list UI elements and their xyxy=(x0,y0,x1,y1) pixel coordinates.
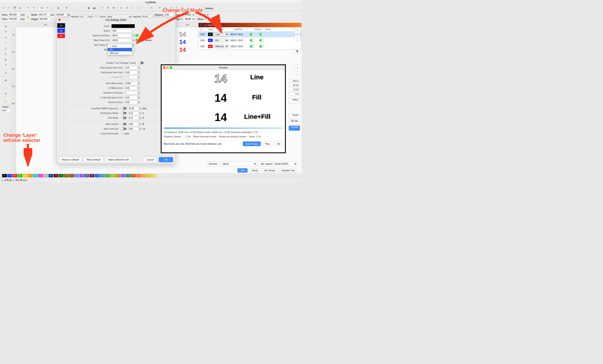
color-swatch[interactable]: 17 xyxy=(90,174,94,177)
ring-tool-icon[interactable]: ◎ xyxy=(3,70,8,75)
maxpower-input[interactable] xyxy=(112,38,132,42)
ok-button[interactable]: OK xyxy=(159,157,173,162)
color-swatch[interactable]: 02 xyxy=(12,174,17,177)
pv-close-icon[interactable] xyxy=(163,66,165,69)
color-swatch[interactable]: 19 xyxy=(100,174,105,177)
play-button[interactable]: Play xyxy=(262,142,272,146)
cancel-button[interactable]: Cancel xyxy=(144,157,157,162)
color-swatch[interactable]: 15 xyxy=(80,174,84,177)
save-icon[interactable]: 💾 xyxy=(12,6,17,10)
pin-tool-icon[interactable]: 📍 xyxy=(3,63,8,68)
tools-icon[interactable]: 🛠 xyxy=(111,6,116,10)
bottom-tab[interactable]: Library xyxy=(249,168,261,173)
device-auto-select[interactable]: (Auto) xyxy=(220,161,257,166)
zoom-window-icon[interactable] xyxy=(66,19,69,21)
frame-icon[interactable]: ▣ xyxy=(87,6,91,10)
undo-icon[interactable]: ↶ xyxy=(26,6,30,10)
color-swatch[interactable]: 06 xyxy=(33,174,38,177)
color-swatch[interactable]: 20 xyxy=(105,174,110,177)
right-button[interactable]: › xyxy=(294,62,301,67)
layer-swatch[interactable]: 00 xyxy=(57,23,65,28)
redo-icon[interactable]: ↷ xyxy=(32,6,36,10)
paste-icon[interactable]: 📋 xyxy=(51,6,55,10)
trash-button[interactable]: 🗑 xyxy=(294,48,301,54)
color-swatch[interactable]: 12 xyxy=(64,174,69,177)
send-icon[interactable]: ➤ xyxy=(150,6,154,10)
pv-zoom-icon[interactable] xyxy=(170,66,172,69)
delete-icon[interactable]: 🗑 xyxy=(56,6,61,10)
min-window-icon[interactable] xyxy=(62,19,65,21)
color-swatch[interactable]: 01 xyxy=(7,174,12,177)
color-swatch[interactable]: 28 xyxy=(147,174,151,177)
zoomin-icon[interactable]: ＋ xyxy=(75,6,80,10)
playback-knob[interactable] xyxy=(182,135,185,138)
xpos-input[interactable] xyxy=(8,13,20,17)
color-swatch[interactable]: 21 xyxy=(110,174,115,177)
ypos-input[interactable] xyxy=(8,17,20,21)
send-button[interactable]: Send xyxy=(289,113,300,119)
pv-min-icon[interactable] xyxy=(166,66,169,69)
alignb-icon[interactable]: ⤓ xyxy=(186,6,190,10)
mode-option-fill[interactable]: Fill xyxy=(108,48,132,51)
cutthrough-toggle[interactable] xyxy=(138,62,144,64)
preview-ok-button[interactable]: Ok xyxy=(274,142,283,146)
bottom-tab[interactable]: Variable Text xyxy=(279,168,297,173)
save-as-icon[interactable]: 🗎 xyxy=(18,6,22,10)
color-swatch[interactable]: 24 xyxy=(126,174,131,177)
color-swatch[interactable]: 10 xyxy=(54,174,58,177)
color-swatch[interactable]: 26 xyxy=(136,174,141,177)
new-icon[interactable]: ▭ xyxy=(1,6,6,10)
left-button[interactable]: ‹ xyxy=(294,68,301,74)
color-swatch[interactable]: 18 xyxy=(95,174,100,177)
zoomout-icon[interactable]: － xyxy=(70,6,74,10)
name-input[interactable] xyxy=(112,29,132,33)
grid-tool-icon[interactable]: ⋮⋮ xyxy=(3,85,8,90)
move-up-button[interactable]: ⌃ xyxy=(294,28,301,34)
speed-input[interactable] xyxy=(112,34,132,37)
layer-swatch[interactable]: 02 xyxy=(57,34,65,38)
control-button[interactable]: ontrol xyxy=(289,98,300,103)
link-icon[interactable]: 🔗 xyxy=(100,6,104,10)
alignm-icon[interactable]: ⇕ xyxy=(180,6,184,10)
play-icon[interactable]: ▷ xyxy=(139,6,143,10)
color-swatch[interactable]: 27 xyxy=(141,174,146,177)
gear-icon[interactable]: ⚙ xyxy=(106,6,110,10)
text-tool-icon[interactable]: A xyxy=(3,57,8,62)
color-swatch[interactable]: 00 xyxy=(2,174,7,177)
welded-checkbox[interactable] xyxy=(202,7,205,10)
camera-icon[interactable]: 📷 xyxy=(92,6,96,10)
mode-option-line[interactable]: Line xyxy=(108,44,132,48)
reset-button[interactable]: Reset to Default xyxy=(59,157,82,162)
color-swatch[interactable]: 04 xyxy=(23,174,27,177)
frame2-icon[interactable]: ▢ xyxy=(130,6,135,10)
cut-row[interactable]: C0101Fill100.0 / 20.0 xyxy=(198,37,301,43)
alignr-icon[interactable]: ⇥ xyxy=(169,6,173,10)
width-input[interactable] xyxy=(38,13,50,17)
color-swatch[interactable]: 16 xyxy=(85,174,89,177)
rect-tool-icon[interactable]: ▭ xyxy=(3,35,8,40)
laser-icon[interactable]: ⚡ xyxy=(144,6,148,10)
color-swatch[interactable]: 13 xyxy=(69,174,74,177)
color-swatch[interactable]: 29 xyxy=(152,174,156,177)
makedef-button[interactable]: Make Default xyxy=(84,157,103,162)
alignl-icon[interactable]: ⇤ xyxy=(158,6,162,10)
align-tool-icon[interactable]: ⊞ xyxy=(3,78,8,83)
alignc-icon[interactable]: ⇔ xyxy=(163,6,167,10)
mode-dropdown[interactable]: Line Fill Fill+Line xyxy=(108,44,132,55)
move-icon[interactable]: ✥ xyxy=(64,6,69,10)
bottom-tab[interactable]: Art Library xyxy=(262,168,278,173)
height-input[interactable] xyxy=(39,17,50,21)
measure-tool-icon[interactable]: 📐 xyxy=(3,98,8,103)
polygon-tool-icon[interactable]: ⬡ xyxy=(3,46,8,51)
cut-row[interactable]: C0202Fill+Line100.0 / 20.0 xyxy=(198,43,301,49)
alignt-icon[interactable]: ⤒ xyxy=(174,6,179,10)
center-icon[interactable]: ⊕ xyxy=(125,6,129,10)
mode-option-fillline[interactable]: Fill+Line xyxy=(108,51,132,55)
close-window-icon[interactable] xyxy=(58,19,61,21)
cut-icon[interactable]: ✂ xyxy=(45,6,49,10)
edit-nodes-icon[interactable]: ✦ xyxy=(3,52,8,57)
rdfile-button[interactable]: RD file xyxy=(289,120,300,125)
lock-icon[interactable]: 🔓 xyxy=(26,15,29,18)
layer-swatch[interactable]: 01 xyxy=(57,29,65,33)
color-swatch[interactable]: 14 xyxy=(74,174,79,177)
